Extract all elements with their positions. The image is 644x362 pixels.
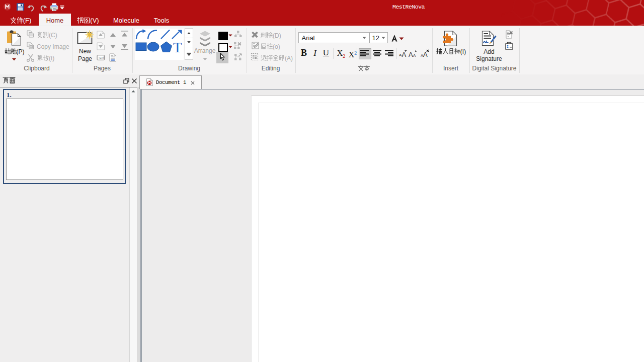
svg-text:TEXT: TEXT — [98, 57, 104, 59]
svg-text:A: A — [413, 53, 416, 58]
svg-text:T: T — [173, 39, 182, 55]
svg-text:A: A — [402, 51, 407, 58]
svg-text:A: A — [409, 51, 413, 58]
